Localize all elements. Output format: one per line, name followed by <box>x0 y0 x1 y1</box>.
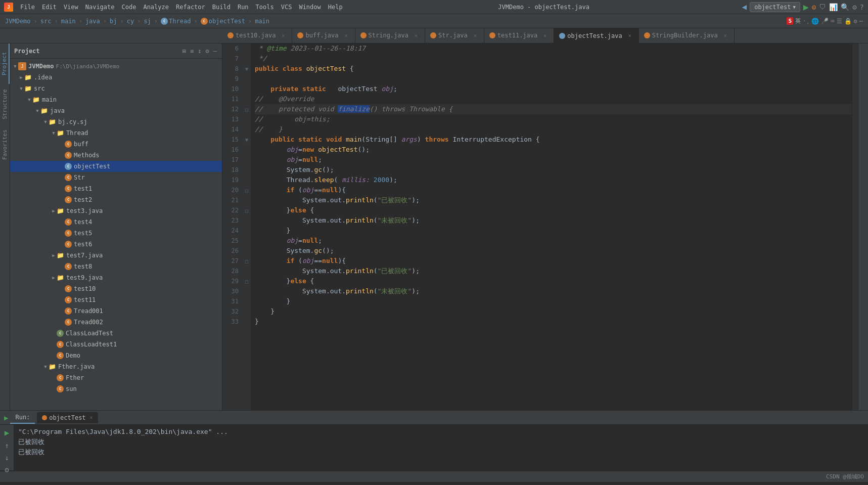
tree-tread001[interactable]: ▶ C Tread001 <box>10 305 222 317</box>
bc-main-method[interactable]: main <box>255 18 269 25</box>
menu-code[interactable]: Code <box>119 3 140 12</box>
menu-build[interactable]: Build <box>209 3 234 12</box>
tree-objecttest[interactable]: ▶ C objectTest <box>10 161 222 172</box>
tree-test6[interactable]: ▶ C test6 <box>10 239 222 250</box>
search-button[interactable]: 🔍 <box>841 3 849 11</box>
tree-thread[interactable]: ▼ 📁 Thread <box>10 127 222 139</box>
tree-test7[interactable]: ▶ 📁 test7.java <box>10 250 222 261</box>
panel-icon-settings[interactable]: ⊞ <box>181 47 187 56</box>
tree-root[interactable]: ▼ J JVMDemo F:\D\jianda\JVMDemo <box>10 61 222 72</box>
ime-icon5[interactable]: ☰ <box>837 18 842 25</box>
run-again-button[interactable]: ▶ <box>3 427 12 438</box>
tree-sun[interactable]: ▶ C sun <box>10 383 222 394</box>
settings-run-button[interactable]: ⚙ <box>3 465 11 475</box>
tab-stringbuilder[interactable]: StringBuilder.java × <box>639 28 735 43</box>
scroll-down-button[interactable]: ↓ <box>3 453 11 463</box>
tree-classloadtest1[interactable]: ▶ C ClassLoadtest1 <box>10 339 222 350</box>
tab-buff-close[interactable]: × <box>343 32 350 39</box>
tab-objecttest-close[interactable]: × <box>626 32 633 39</box>
tab-buff[interactable]: buff.java × <box>292 28 355 43</box>
tree-tread002[interactable]: ▶ C Tread002 <box>10 317 222 328</box>
fold-22[interactable]: □ <box>243 205 251 215</box>
menu-file[interactable]: File <box>17 3 38 12</box>
menu-window[interactable]: Window <box>296 3 324 12</box>
bottom-tab-run[interactable]: Run: <box>10 412 35 424</box>
fold-20[interactable]: □ <box>243 185 251 195</box>
profile-button[interactable]: 📊 <box>829 3 838 11</box>
tree-test10[interactable]: ▶ C test10 <box>10 283 222 294</box>
tab-test11-close[interactable]: × <box>541 32 549 39</box>
tab-test10-close[interactable]: × <box>280 32 287 39</box>
fold-27[interactable]: □ <box>243 256 251 266</box>
panel-icon-gear[interactable]: ⚙ <box>205 47 210 56</box>
menu-tools[interactable]: Tools <box>253 3 277 12</box>
bc-src[interactable]: src <box>40 18 52 25</box>
tab-test11[interactable]: test11.java × <box>484 28 554 43</box>
tree-classloadtest[interactable]: ▶ C ClassLoadTest <box>10 328 222 339</box>
tree-test2[interactable]: ▶ C test2 <box>10 194 222 205</box>
editor-scrollbar[interactable] <box>852 43 858 410</box>
back-button[interactable]: ◀ <box>742 2 747 12</box>
tree-test11[interactable]: ▶ C test11 <box>10 294 222 305</box>
ime-icon4[interactable]: ⌨ <box>831 18 834 25</box>
ime-icon6[interactable]: 🔒 <box>844 18 852 25</box>
tab-objecttest[interactable]: objectTest.java × <box>554 28 638 43</box>
menu-help[interactable]: Help <box>325 3 346 12</box>
menu-navigate[interactable]: Navigate <box>82 3 118 12</box>
tree-test4[interactable]: ▶ C test4 <box>10 216 222 228</box>
panel-icon-hide[interactable]: — <box>212 47 218 56</box>
menu-view[interactable]: View <box>61 3 81 12</box>
tree-idea[interactable]: ▶ 📁 .idea <box>10 72 222 83</box>
bc-sj[interactable]: sj <box>144 18 151 25</box>
project-panel-toggle[interactable]: Project <box>0 43 10 84</box>
tab-test10[interactable]: test10.java × <box>222 28 292 43</box>
bc-java[interactable]: java <box>85 18 100 25</box>
bc-thread[interactable]: Thread <box>169 18 191 25</box>
tab-stringbuilder-close[interactable]: × <box>722 32 729 39</box>
code-area[interactable]: * @time 2023--01--26--18:17 */ public cl… <box>251 43 852 410</box>
tree-demo[interactable]: ▶ C Demo <box>10 350 222 361</box>
build-button[interactable]: ⚙ <box>812 3 816 11</box>
bc-cy[interactable]: cy <box>127 18 134 25</box>
coverage-button[interactable]: ⛉ <box>819 3 826 11</box>
tab-string[interactable]: String.java × <box>355 28 425 43</box>
tree-main[interactable]: ▼ 📁 main <box>10 94 222 105</box>
ime-icon3[interactable]: 🎤 <box>821 18 829 25</box>
tree-src[interactable]: ▼ 📁 src <box>10 83 222 94</box>
tree-test3[interactable]: ▶ 📁 test3.java <box>10 205 222 216</box>
tree-bjcysj[interactable]: ▼ 📁 bj.cy.sj <box>10 116 222 127</box>
menu-analyze[interactable]: Analyze <box>140 3 172 12</box>
favorites-panel-toggle[interactable]: Favorites <box>0 124 10 165</box>
help-icon-button[interactable]: ? <box>860 3 864 11</box>
bottom-content[interactable]: "C:\Program Files\Java\jdk1.8.0_202\bin\… <box>14 425 868 471</box>
ime-icon1[interactable]: ·¸ <box>803 18 809 24</box>
tree-buff[interactable]: ▶ C buff <box>10 139 222 150</box>
tree-str[interactable]: ▶ C Str <box>10 172 222 183</box>
bc-objecttest[interactable]: objectTest <box>209 18 245 25</box>
settings-button[interactable]: ⚙ <box>852 3 856 11</box>
tree-test9[interactable]: ▶ 📁 test9.java <box>10 272 222 283</box>
panel-icon-sort[interactable]: ↕ <box>197 47 202 56</box>
ime-icon2[interactable]: 🌐 <box>811 18 819 25</box>
tab-string-close[interactable]: × <box>413 32 420 39</box>
bc-jvmdemo[interactable]: JVMDemo <box>5 18 31 25</box>
menu-edit[interactable]: Edit <box>39 3 60 12</box>
tab-str[interactable]: Str.java × <box>425 28 484 43</box>
run-button[interactable]: ▶ <box>803 2 809 12</box>
tree-test5[interactable]: ▶ C test5 <box>10 228 222 239</box>
run-config-tab[interactable]: objectTest × <box>37 412 98 423</box>
menu-vcs[interactable]: VCS <box>278 3 295 12</box>
tree-methods[interactable]: ▶ C Methods <box>10 150 222 161</box>
tree-fther-java[interactable]: ▼ 📁 Fther.java <box>10 361 222 372</box>
scroll-up-button[interactable]: ↑ <box>3 440 11 451</box>
structure-panel-toggle[interactable]: Structure <box>0 84 10 124</box>
tree-test1[interactable]: ▶ C test1 <box>10 183 222 194</box>
ime-icon8[interactable]: ⋯ <box>859 18 863 25</box>
fold-15[interactable]: ▼ <box>243 135 251 145</box>
tree-java[interactable]: ▼ 📁 java <box>10 105 222 116</box>
bc-main[interactable]: main <box>61 18 76 25</box>
tree-fther[interactable]: ▶ C Fther <box>10 372 222 383</box>
panel-icon-collapse[interactable]: ≡ <box>189 47 195 56</box>
run-tab-close[interactable]: × <box>90 415 93 420</box>
ime-icon7[interactable]: ⚙ <box>854 18 857 25</box>
